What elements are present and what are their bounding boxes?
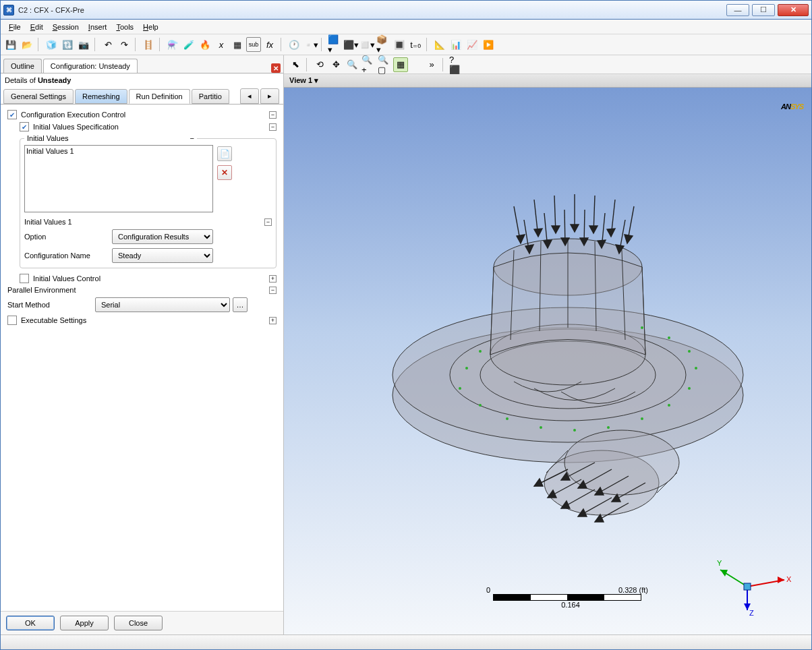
domain-icon[interactable]: 🟦▾ (327, 37, 342, 52)
tab-configuration[interactable]: Configuration: Unsteady (43, 59, 138, 73)
rotate-icon[interactable]: ⟲ (312, 57, 327, 72)
fx-icon[interactable]: fx (262, 37, 277, 52)
svg-marker-26 (625, 235, 633, 243)
delete-item-icon[interactable]: ✕ (217, 165, 232, 180)
svg-text:X: X (786, 575, 791, 583)
table-icon[interactable]: ▦ (230, 37, 245, 52)
svg-point-62 (607, 426, 610, 429)
t0-icon[interactable]: t₌₀ (408, 37, 423, 52)
apply-button[interactable]: Apply (60, 616, 109, 630)
option-label: Option (24, 233, 112, 241)
pan-icon[interactable]: ✥ (328, 57, 343, 72)
tab-scroll-right[interactable]: ▸ (260, 88, 279, 104)
zoom-in-icon[interactable]: 🔍+ (361, 57, 376, 72)
highlight-icon[interactable]: ▦ (393, 57, 408, 72)
svg-point-59 (506, 417, 509, 420)
tab-outline[interactable]: Outline (3, 59, 42, 73)
zoom-icon[interactable]: 🔍 (345, 57, 359, 72)
cfg-exec-checkbox[interactable]: ✔ (7, 110, 17, 119)
interface-icon[interactable]: 🔳 (392, 37, 407, 52)
exec-expand-icon[interactable]: + (269, 317, 277, 324)
output-icon[interactable]: 📊 (448, 37, 463, 52)
svg-text:Z: Z (749, 609, 754, 617)
menu-tools[interactable]: Tools (112, 22, 138, 32)
iv1-header: Initial Values 1 (24, 218, 72, 226)
svg-marker-14 (517, 235, 525, 243)
tab-scroll-left[interactable]: ◂ (240, 88, 259, 104)
stairs-icon[interactable]: 🪜 (141, 37, 156, 52)
camera-icon[interactable]: 📷 (76, 37, 91, 52)
ivs-collapse-icon[interactable]: − (269, 123, 277, 131)
zoom-fit-icon[interactable]: 🔍▢ (377, 57, 392, 72)
svg-point-60 (540, 426, 542, 429)
initial-values-listbox[interactable]: Initial Values 1 (24, 145, 213, 212)
view-header[interactable]: View 1 ▾ (284, 74, 811, 88)
ivc-label: Initial Values Control (33, 274, 100, 283)
minimize-button[interactable]: — (726, 4, 749, 16)
mesh-reload-icon[interactable]: 🔃 (60, 37, 75, 52)
sub-icon[interactable]: sub (246, 37, 261, 52)
maximize-button[interactable]: ☐ (752, 4, 775, 16)
config-name-select[interactable]: Steady (112, 248, 213, 263)
ok-button[interactable]: OK (6, 616, 55, 630)
viewport-panel: ⬉ ⟲ ✥ 🔍 🔍+ 🔍▢ ▦ » ?⬛ View 1 ▾ ANSYS (284, 55, 811, 634)
help-icon[interactable]: ?⬛ (448, 57, 463, 72)
source-icon[interactable]: 📦▾ (376, 37, 390, 52)
option-select[interactable]: Configuration Results (112, 229, 213, 244)
exec-label: Executable Settings (21, 316, 86, 324)
boundary-icon[interactable]: ⬛▾ (343, 37, 358, 52)
new-item-icon[interactable]: 📄 (217, 146, 232, 161)
tab-partitioner[interactable]: Partitio (192, 89, 229, 104)
window-close-button[interactable]: ✕ (778, 4, 809, 16)
iv-collapse-icon[interactable]: − (190, 134, 194, 142)
mesh-import-icon[interactable]: 🧊 (44, 37, 59, 52)
save-icon[interactable]: 💾 (3, 37, 18, 52)
start-method-select[interactable]: Serial (95, 297, 230, 312)
svg-point-61 (573, 429, 576, 432)
svg-marker-20 (571, 225, 579, 232)
run-icon[interactable]: ▶️ (481, 37, 496, 52)
svg-point-68 (668, 336, 670, 339)
more-icon[interactable]: » (424, 57, 439, 72)
clock-icon[interactable]: 🕐 (287, 37, 301, 52)
flask-icon[interactable]: ⚗️ (165, 37, 180, 52)
ivc-checkbox[interactable]: ✔ (20, 274, 29, 283)
redo-icon[interactable]: ↷ (117, 37, 132, 52)
tab-close-icon[interactable]: ✕ (271, 63, 281, 73)
flask2-icon[interactable]: 🧪 (181, 37, 196, 52)
axis-triad: X Y Z (717, 556, 791, 617)
menu-edit[interactable]: Edit (26, 22, 47, 32)
solver-icon[interactable]: 📐 (432, 37, 447, 52)
menu-insert[interactable]: Insert (84, 22, 111, 32)
svg-point-67 (688, 350, 691, 353)
start-method-browse-button[interactable]: … (233, 297, 248, 312)
pick-icon[interactable]: ⬉ (288, 57, 303, 72)
3d-viewport[interactable]: ANSYS (284, 88, 811, 634)
tab-general-settings[interactable]: General Settings (3, 89, 74, 104)
list-item[interactable]: Initial Values 1 (26, 147, 211, 155)
tab-remeshing[interactable]: Remeshing (75, 89, 127, 104)
menu-session[interactable]: Session (49, 22, 83, 32)
monitor-icon[interactable]: 📈 (465, 37, 480, 52)
ivs-checkbox[interactable]: ✔ (20, 122, 29, 131)
tab-run-definition[interactable]: Run Definition (129, 89, 190, 104)
menu-help[interactable]: Help (139, 22, 163, 32)
exec-checkbox[interactable]: ✔ (7, 316, 17, 325)
expression-icon[interactable]: x (214, 37, 229, 52)
svg-point-69 (641, 326, 643, 329)
open-icon[interactable]: 📂 (20, 37, 34, 52)
subdomain-icon[interactable]: ◻️▾ (359, 37, 374, 52)
close-button[interactable]: Close (114, 616, 163, 630)
undo-icon[interactable]: ↶ (100, 37, 115, 52)
menu-file[interactable]: File (5, 22, 25, 32)
scale-bar: 0 0.328 (ft) 0.164 (493, 586, 648, 609)
svg-point-57 (459, 387, 461, 390)
iv1-collapse-icon[interactable]: − (264, 218, 272, 226)
cfg-exec-collapse-icon[interactable]: − (269, 111, 277, 119)
toolbar-area: 💾 📂 🧊 🔃 📷 ↶ ↷ 🪜 ⚗️ 🧪 🔥 x ▦ sub fx 🕐 ▫️▾ … (1, 34, 811, 55)
box1-icon[interactable]: ▫️▾ (303, 37, 318, 52)
ivc-expand-icon[interactable]: + (269, 275, 277, 283)
parenv-collapse-icon[interactable]: − (269, 287, 277, 294)
flame-icon[interactable]: 🔥 (198, 37, 212, 52)
svg-marker-24 (607, 229, 615, 237)
